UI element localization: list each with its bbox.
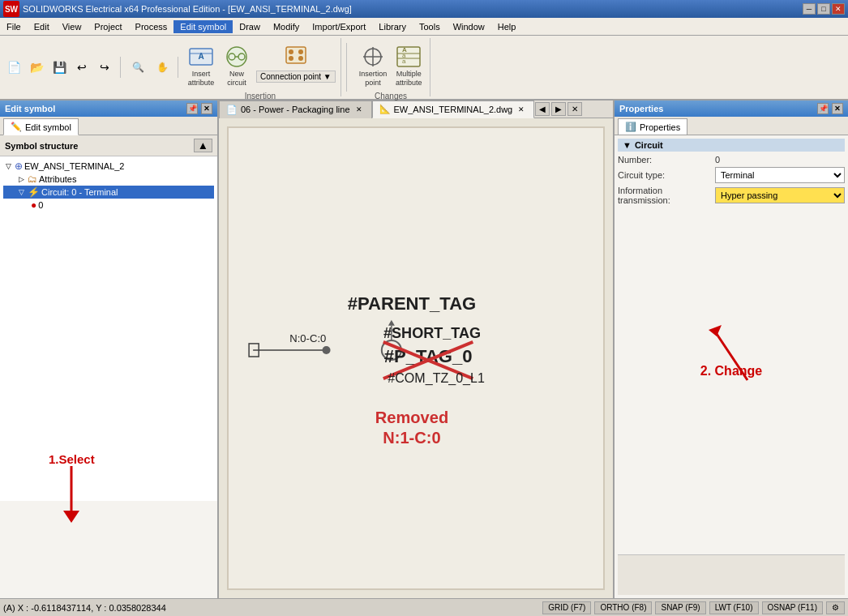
status-bar: (A) X : -0.6118437114, Y : 0.0358028344 … xyxy=(0,598,848,616)
properties-tab[interactable]: ℹ️ Properties xyxy=(618,118,687,135)
menu-edit-symbol[interactable]: Edit symbol xyxy=(173,20,233,33)
svg-rect-15 xyxy=(397,47,420,66)
svg-text:#COM_TZ_0_L1: #COM_TZ_0_L1 xyxy=(388,370,485,386)
circuit-type-label: Circuit type: xyxy=(618,170,715,180)
tab-nav-right[interactable]: ▶ xyxy=(551,102,566,116)
status-osnap[interactable]: OSNAP (F11) xyxy=(762,601,824,614)
annotation2-container: 2. Change xyxy=(615,299,848,395)
edit-symbol-tab[interactable]: ✏️ Edit symbol xyxy=(3,118,79,135)
menu-project[interactable]: Project xyxy=(88,20,128,33)
new-circuit-btn[interactable]: Newcircuit xyxy=(221,41,253,90)
restore-btn[interactable]: □ xyxy=(817,3,830,15)
close-btn[interactable]: ✕ xyxy=(832,3,845,15)
insertion-point-btn[interactable]: Insertionpoint xyxy=(357,41,390,90)
doc-tab-terminal-close[interactable]: ✕ xyxy=(516,104,527,115)
multiple-connection-points-btn[interactable] xyxy=(282,41,310,69)
tree-circuit-child[interactable]: ● 0 xyxy=(3,199,214,212)
menu-window[interactable]: Window xyxy=(447,20,491,33)
menu-edit[interactable]: Edit xyxy=(28,20,56,33)
menu-help[interactable]: Help xyxy=(491,20,523,33)
undo-btn[interactable]: ↩ xyxy=(71,57,92,78)
doc-tab-terminal-label: EW_ANSI_TERMINAL_2.dwg xyxy=(394,105,513,114)
menu-import-export[interactable]: Import/Export xyxy=(306,20,372,33)
circuit-type-row: Circuit type: Terminal xyxy=(618,167,845,183)
menu-modify[interactable]: Modify xyxy=(267,20,306,33)
tab-nav-left[interactable]: ◀ xyxy=(535,102,550,116)
properties-tab-icon: ℹ️ xyxy=(625,122,636,132)
save-btn[interactable]: 💾 xyxy=(49,57,70,78)
right-panel-close[interactable]: ✕ xyxy=(832,103,843,114)
nav-toolbar: 🔍 ✋ xyxy=(122,57,178,78)
changes-buttons: Insertionpoint A a a Multipleattribute xyxy=(357,38,426,90)
multiple-cp-container: Connection point ▼ xyxy=(256,41,336,83)
multiple-attribute-btn[interactable]: A a a Multipleattribute xyxy=(392,41,425,90)
annotation1-text: 1.Select xyxy=(49,452,95,466)
menu-process[interactable]: Process xyxy=(129,20,174,33)
status-lwt[interactable]: LWT (F10) xyxy=(709,601,759,614)
circuit-child-label: 0 xyxy=(38,200,43,210)
insertion-point-label: Insertionpoint xyxy=(359,70,388,88)
menu-file[interactable]: File xyxy=(0,20,28,33)
connection-point-dropdown[interactable]: Connection point ▼ xyxy=(256,71,336,83)
doc-tab-terminal[interactable]: 📐 EW_ANSI_TERMINAL_2.dwg ✕ xyxy=(372,101,535,118)
insert-attribute-label: Insertattribute xyxy=(188,70,215,88)
tree-root[interactable]: ▽ ⊕ EW_ANSI_TERMINAL_2 xyxy=(3,160,214,173)
drawing-canvas[interactable]: #PARENT_TAG #SHORT_TAG #P_TAG_0 #COM_TZ_… xyxy=(219,118,613,598)
minimize-btn[interactable]: ─ xyxy=(803,3,816,15)
attrs-expand[interactable]: ▷ xyxy=(16,174,26,184)
tab-close-all[interactable]: ✕ xyxy=(567,102,582,116)
left-panel-header: Edit symbol 📌 ✕ xyxy=(0,101,217,117)
menu-library[interactable]: Library xyxy=(372,20,413,33)
svg-text:a: a xyxy=(402,58,406,65)
window-title: SOLIDWORKS Electrical x64 Professional E… xyxy=(23,4,352,14)
tree-circuit[interactable]: ▽ ⚡ Circuit: 0 - Terminal xyxy=(3,186,214,199)
insertion-group-label: Insertion xyxy=(245,90,276,101)
circuit-section-expand[interactable]: ▼ xyxy=(623,140,632,150)
svg-point-8 xyxy=(289,49,293,54)
title-bar-controls: ─ □ ✕ xyxy=(803,3,845,15)
left-panel-close[interactable]: ✕ xyxy=(201,103,212,114)
zoom-btn[interactable]: 🔍 xyxy=(127,57,148,78)
pan-btn[interactable]: ✋ xyxy=(152,57,173,78)
tab-bar: 📄 06 - Power - Packaging line ✕ 📐 EW_ANS… xyxy=(219,101,613,118)
right-panel-pin[interactable]: 📌 xyxy=(817,103,829,114)
svg-point-11 xyxy=(298,56,303,61)
changes-group-label: Changes xyxy=(375,90,407,101)
title-bar: SW SOLIDWORKS Electrical x64 Professiona… xyxy=(0,0,848,18)
svg-rect-7 xyxy=(286,47,306,63)
root-expand[interactable]: ▽ xyxy=(3,161,13,171)
svg-marker-22 xyxy=(63,511,79,523)
annotation2-text: 2. Change xyxy=(700,364,762,379)
svg-text:#PARENT_TAG: #PARENT_TAG xyxy=(348,293,477,314)
new-circuit-label: Newcircuit xyxy=(227,70,246,88)
annotation1: 1.Select xyxy=(49,452,95,531)
symbol-structure-label: Symbol structure xyxy=(5,141,78,151)
left-panel-pin[interactable]: 📌 xyxy=(186,103,198,114)
menu-bar: File Edit View Project Process Edit symb… xyxy=(0,18,848,36)
open-btn[interactable]: 📂 xyxy=(26,57,47,78)
tree-attributes[interactable]: ▷ 🗂 Attributes xyxy=(3,173,214,186)
status-grid[interactable]: GRID (F7) xyxy=(542,601,591,614)
status-ortho[interactable]: ORTHO (F8) xyxy=(594,601,652,614)
info-transmission-select[interactable]: Hyper passing xyxy=(715,187,845,203)
doc-tab-power-close[interactable]: ✕ xyxy=(353,104,365,115)
doc-tab-power-label: 06 - Power - Packaging line xyxy=(241,105,350,114)
collapse-tree-btn[interactable]: ▲ xyxy=(194,139,212,152)
new-btn[interactable]: 📄 xyxy=(3,57,24,78)
doc-tab-power[interactable]: 📄 06 - Power - Packaging line ✕ xyxy=(219,101,372,118)
redo-btn[interactable]: ↪ xyxy=(94,57,115,78)
insert-attribute-btn[interactable]: A Insertattribute xyxy=(185,41,217,90)
menu-tools[interactable]: Tools xyxy=(413,20,447,33)
menu-draw[interactable]: Draw xyxy=(233,20,267,33)
circuit-child-icon: ● xyxy=(31,199,36,211)
status-extra[interactable]: ⚙ xyxy=(826,601,845,614)
insertion-buttons: A Insertattribute Newcircuit xyxy=(185,38,336,90)
status-coords: (A) X : -0.6118437114, Y : 0.0358028344 xyxy=(3,603,270,613)
circuit-type-select[interactable]: Terminal xyxy=(715,167,845,183)
quick-access-bar: 📄 📂 💾 ↩ ↪ xyxy=(3,57,121,78)
circuit-expand[interactable]: ▽ xyxy=(16,187,26,197)
menu-view[interactable]: View xyxy=(56,20,88,33)
status-snap[interactable]: SNAP (F9) xyxy=(655,601,705,614)
main-layout: Edit symbol 📌 ✕ ✏️ Edit symbol Symbol st… xyxy=(0,101,848,598)
info-transmission-row: Information transmission: Hyper passing xyxy=(618,186,845,205)
